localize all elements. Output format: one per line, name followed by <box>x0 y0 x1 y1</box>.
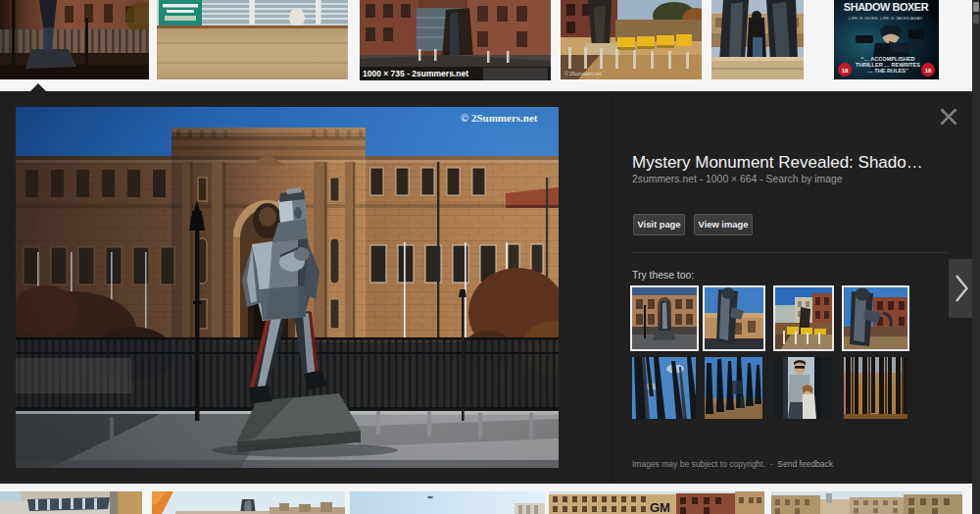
svg-text:© 2Summers.net: © 2Summers.net <box>564 71 602 77</box>
svg-text:GM: GM <box>650 500 670 514</box>
svg-text:LIFE IS GIVEN. LIFE IS TAKEN A: LIFE IS GIVEN. LIFE IS TAKEN AWAY. <box>849 16 923 21</box>
svg-text:… THE RULES”: … THE RULES” <box>867 68 908 74</box>
svg-text:18: 18 <box>925 68 932 74</box>
svg-text:18: 18 <box>842 68 849 74</box>
svg-text:© 2Summers.net: © 2Summers.net <box>461 112 538 124</box>
svg-text:SHADOW BOXER: SHADOW BOXER <box>844 1 929 13</box>
svg-text:1000 × 735 - 2summers.net: 1000 × 735 - 2summers.net <box>363 69 468 78</box>
